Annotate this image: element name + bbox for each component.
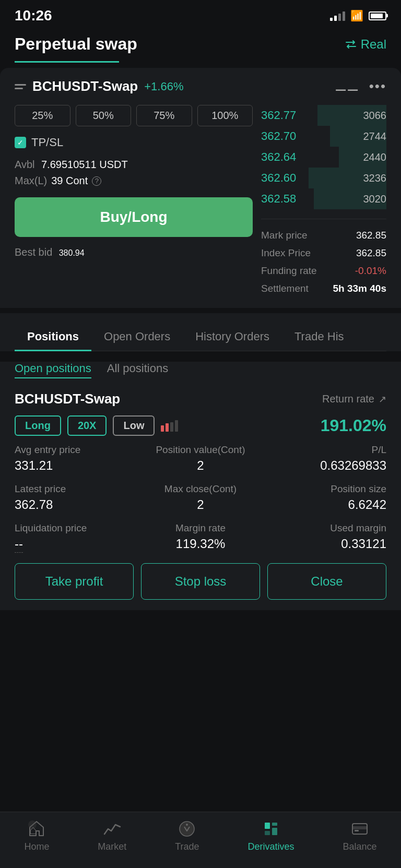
status-bar: 10:26 📶 (0, 0, 401, 28)
svg-rect-9 (352, 826, 367, 829)
avbl-value: 7.69510511 USDT (41, 159, 128, 170)
position-data-grid: Avg entry price 331.21 Position value(Co… (15, 444, 386, 553)
signal-icon (330, 10, 345, 21)
svg-rect-6 (272, 828, 277, 835)
trade-icon (178, 819, 196, 838)
pos-value-label: Position value(Cont) (138, 444, 262, 456)
derivatives-icon (262, 819, 280, 838)
svg-text:⌂: ⌂ (29, 823, 37, 837)
real-label: Real (361, 37, 386, 52)
tab-open-orders[interactable]: Open Orders (91, 324, 183, 351)
position-header: BCHUSDT-Swap Return rate ↗ (15, 391, 386, 407)
nav-market-label: Market (98, 841, 126, 852)
sub-tab-all-positions[interactable]: All positions (107, 362, 168, 378)
tab-trade-history[interactable]: Trade His (282, 324, 357, 351)
return-rate-value: 191.02% (321, 416, 386, 435)
pct-75-button[interactable]: 75% (136, 105, 192, 126)
real-mode-button[interactable]: Real (345, 37, 386, 52)
svg-point-3 (186, 824, 188, 826)
position-name: BCHUSDT-Swap (15, 391, 120, 407)
ob-row-1: 362.70 2744 (261, 126, 386, 147)
best-bid-row: Best bid 380.94 (15, 246, 253, 258)
close-button[interactable]: Close (267, 563, 386, 600)
max-close-cell: Max close(Cont) 2 (138, 483, 262, 512)
tpsl-checkbox[interactable]: ✓ (15, 137, 26, 148)
nav-trade[interactable]: Trade (175, 819, 199, 852)
nav-market[interactable]: Market (98, 819, 126, 852)
liquidation-label: Liquidation price (15, 522, 138, 534)
ob-qty-2: 2440 (363, 151, 387, 163)
svg-rect-7 (265, 831, 270, 835)
sub-tabs-row: Open positions All positions (15, 362, 386, 378)
ob-price-0: 362.77 (261, 109, 296, 122)
page-title: Perpetual swap (15, 34, 137, 54)
order-book: 362.77 3066 362.70 2744 362.64 2440 362.… (261, 105, 386, 298)
liquidation-cell: Liquidation price -- (15, 522, 138, 553)
ob-qty-1: 2744 (363, 130, 387, 142)
pct-25-button[interactable]: 25% (15, 105, 70, 126)
external-link-icon[interactable]: ↗ (379, 394, 386, 405)
home-icon: ⌂ (27, 819, 46, 838)
candle-icon[interactable]: ⚊⚊ (335, 78, 359, 94)
index-price-label: Index Price (261, 247, 311, 259)
used-margin-cell: Used margin 0.33121 (263, 522, 386, 553)
bottom-nav: ⌂ Home Market Trade Derivatives (0, 812, 401, 868)
nav-home[interactable]: ⌂ Home (24, 819, 49, 852)
used-margin-label: Used margin (263, 522, 386, 534)
long-badge: Long (15, 415, 61, 436)
percentage-row: 25% 50% 75% 100% (15, 105, 253, 126)
battery-icon (369, 11, 386, 20)
pct-100-button[interactable]: 100% (197, 105, 253, 126)
tab-history-orders[interactable]: History Orders (183, 324, 282, 351)
symbol-row: BCHUSDT-Swap +1.66% ⚊⚊ ••• (15, 78, 386, 94)
mark-price-value: 362.85 (356, 230, 386, 241)
tab-positions[interactable]: Positions (15, 324, 91, 351)
header-underline (15, 61, 119, 63)
more-icon[interactable]: ••• (369, 78, 386, 94)
pl-value: 0.63269833 (263, 458, 386, 473)
ob-row-0: 362.77 3066 (261, 105, 386, 126)
help-icon[interactable]: ? (92, 176, 101, 186)
pl-cell: P/L 0.63269833 (263, 444, 386, 473)
svg-rect-4 (265, 823, 270, 829)
best-bid-label: Best bid (15, 246, 52, 258)
settlement-value: 5h 33m 40s (333, 283, 386, 294)
tpsl-label: TP/SL (31, 136, 63, 149)
take-profit-button[interactable]: Take profit (15, 563, 134, 600)
used-margin-value: 0.33121 (263, 537, 386, 551)
risk-badge: Low (113, 415, 155, 436)
latest-price-label: Latest price (15, 483, 138, 495)
ob-qty-4: 3020 (363, 193, 387, 205)
wifi-icon: 📶 (350, 9, 363, 22)
position-card: BCHUSDT-Swap Return rate ↗ Long 20X Low … (15, 391, 386, 610)
avg-entry-cell: Avg entry price 331.21 (15, 444, 138, 473)
pct-50-button[interactable]: 50% (76, 105, 132, 126)
ob-price-2: 362.64 (261, 150, 296, 164)
settlement-label: Settlement (261, 283, 309, 294)
best-bid-value: 380.94 (59, 248, 85, 257)
stop-loss-button[interactable]: Stop loss (141, 563, 260, 600)
buy-long-button[interactable]: Buy/Long (15, 197, 253, 237)
avg-entry-label: Avg entry price (15, 444, 138, 456)
index-price-value: 362.85 (356, 247, 386, 259)
avbl-row: Avbl 7.69510511 USDT (15, 159, 253, 171)
nav-balance[interactable]: Balance (343, 819, 376, 852)
return-rate-container: Return rate ↗ (322, 393, 386, 405)
sub-tab-open-positions[interactable]: Open positions (15, 362, 91, 378)
status-time: 10:26 (15, 7, 52, 24)
nav-trade-label: Trade (175, 841, 199, 852)
funding-rate-value: -0.01% (355, 265, 386, 277)
latest-price-value: 362.78 (15, 497, 138, 512)
nav-derivatives[interactable]: Derivatives (248, 819, 294, 852)
risk-bars (161, 420, 178, 432)
tabs-row: Positions Open Orders History Orders Tra… (15, 324, 386, 351)
tpsl-row[interactable]: ✓ TP/SL (15, 136, 253, 149)
nav-balance-label: Balance (343, 841, 376, 852)
ob-qty-3: 3236 (363, 172, 387, 184)
svg-rect-10 (355, 830, 359, 831)
market-icon (103, 819, 122, 838)
margin-rate-label: Margin rate (138, 522, 262, 534)
list-icon[interactable] (15, 84, 26, 89)
balance-icon (350, 819, 369, 838)
nav-home-label: Home (24, 841, 49, 852)
